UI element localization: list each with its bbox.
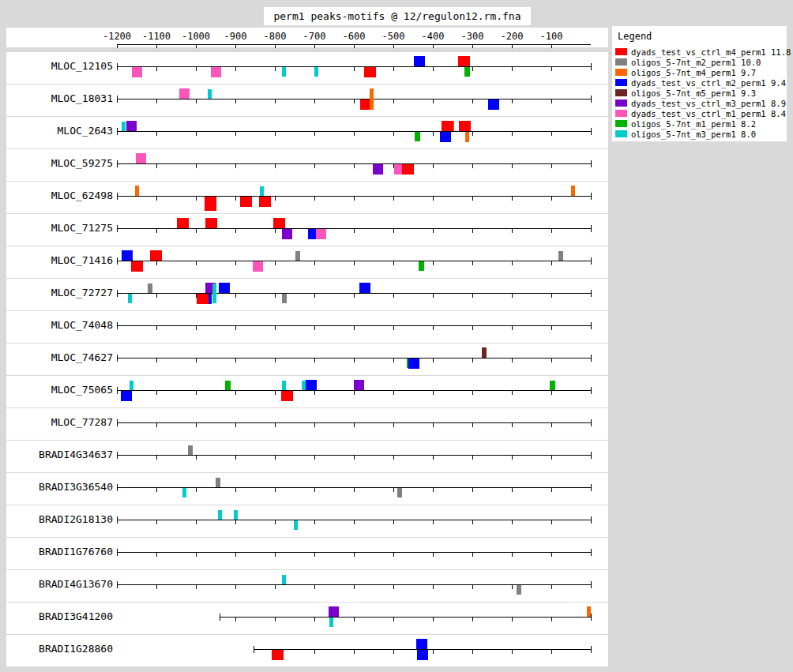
sequence-tick [275, 66, 276, 71]
sequence-tick [354, 390, 355, 395]
sequence-tick [472, 228, 473, 233]
sequence-tick [156, 163, 157, 168]
sequence-tick [314, 455, 315, 460]
motif-dyads_test_vs_ctrl_m1_perm1 [132, 67, 142, 77]
sequence-tick [156, 261, 157, 265]
sequence-tick [275, 325, 276, 330]
legend-item-label: dyads_test_vs_ctrl_m1_perm1 8.4 [631, 109, 786, 118]
sequence-tick [551, 293, 552, 298]
sequence-tick [472, 261, 473, 265]
sequence-tick [275, 131, 276, 136]
motif-oligos_5-7nt_m1_perm1 [225, 381, 231, 390]
motif-dyads_test_vs_ctrl_m4_perm1 [205, 218, 217, 228]
legend-color-swatch [615, 48, 627, 55]
sequence-tick [512, 390, 513, 395]
sequence-tick [472, 99, 473, 103]
axis-tick-label: -700 [303, 31, 326, 42]
motif-oligos_5-7nt_m1_perm1 [550, 381, 555, 390]
sequence-end-cap [117, 452, 118, 459]
legend-color-swatch [615, 130, 627, 137]
sequence-label: MLOC_2643 [6, 126, 113, 137]
legend-color-swatch [615, 120, 627, 127]
axis-tick-label: -1100 [142, 31, 171, 42]
axis-tick-label: -400 [422, 31, 445, 42]
feature-map-viewport: perm1 peaks-motifs @ 12/regulon12.rm.fna… [0, 0, 793, 672]
sequence-row: MLOC_71275 [6, 214, 608, 246]
motif-dyads_test_vs_ctrl_m3_perm1 [373, 164, 383, 175]
sequence-tick [156, 455, 157, 460]
sequence-tick [551, 66, 552, 71]
legend-item: dyads_test_vs_ctrl_m1_perm1 8.4 [612, 108, 787, 118]
sequence-tick [275, 390, 276, 395]
motif-oligos_5-7nt_m3_perm1 [329, 618, 333, 627]
sequence-tick [196, 552, 197, 557]
sequence-tick [551, 325, 552, 330]
sequence-tick [472, 196, 473, 201]
sequence-end-cap [591, 419, 592, 426]
sequence-tick [393, 390, 394, 395]
sequence-tick [156, 325, 157, 330]
legend-item-label: oligos_5-7nt_m4_perm1 9.7 [631, 68, 756, 77]
motif-dyads_test_vs_ctrl_m4_perm1 [273, 218, 285, 228]
motif-dyads_test_vs_ctrl_m2_perm1 [219, 283, 230, 293]
legend-item: oligos_5-7nt_m1_perm1 8.2 [612, 118, 787, 129]
sequence-end-cap [591, 128, 592, 135]
legend-item: dyads_test_vs_ctrl_m2_perm1 9.4 [612, 77, 787, 88]
sequence-tick [512, 455, 513, 460]
legend-item: oligos_5-7nt_m4_perm1 9.7 [612, 67, 787, 77]
axis-tick [314, 44, 315, 48]
sequence-tick [551, 99, 552, 103]
axis-tick-label: -500 [382, 31, 405, 42]
sequence-tick [512, 131, 513, 136]
sequence-tick [275, 584, 276, 589]
sequence-tick [275, 99, 276, 103]
sequence-tick [196, 228, 197, 233]
sequence-tick [433, 163, 434, 168]
sequence-tick [433, 66, 434, 71]
sequence-tick [472, 358, 473, 362]
sequence-end-cap [117, 549, 118, 556]
legend-item: oligos_5-7nt_m5_perm1 9.3 [612, 88, 787, 98]
motif-dyads_test_vs_ctrl_m1_perm1 [316, 229, 326, 239]
sequence-end-cap [591, 484, 592, 491]
sequence-tick [196, 131, 197, 136]
motif-dyads_test_vs_ctrl_m1_perm1 [253, 261, 263, 272]
sequence-tick [551, 163, 552, 168]
sequence-label: BRADI4G13670 [6, 579, 113, 590]
sequence-row: BRADI4G13670 [6, 570, 608, 602]
motif-oligos_5-7nt_m2_perm1 [397, 488, 402, 497]
sequence-tick [196, 99, 197, 103]
sequence-end-cap [591, 355, 592, 362]
sequence-label: MLOC_18031 [6, 93, 113, 104]
sequence-tick [196, 584, 197, 589]
legend-color-swatch [615, 58, 627, 66]
sequence-end-cap [254, 646, 254, 653]
sequence-row: BRADI3G36540 [6, 473, 608, 505]
motif-dyads_test_vs_ctrl_m4_perm1 [364, 67, 376, 77]
sequence-tick [433, 584, 434, 589]
motif-oligos_5-7nt_m3_perm1 [234, 510, 238, 520]
sequence-end-cap [117, 484, 118, 491]
sequence-tick [235, 552, 236, 557]
sequence-row: MLOC_18031 [6, 84, 608, 116]
motif-oligos_5-7nt_m3_perm1 [282, 575, 286, 584]
sequence-tick [275, 552, 276, 557]
sequence-row: MLOC_77287 [6, 408, 608, 440]
motif-oligos_5-7nt_m3_perm1 [182, 488, 186, 497]
sequence-tick [354, 358, 355, 362]
motif-dyads_test_vs_ctrl_m3_perm1 [329, 606, 339, 617]
axis-tick [196, 44, 197, 48]
axis-tick [354, 44, 355, 48]
sequence-tick [472, 617, 473, 621]
sequence-tick [551, 617, 552, 621]
legend-item-label: oligos_5-7nt_m2_perm1 10.0 [631, 58, 761, 67]
sequence-row: MLOC_59275 [6, 149, 608, 181]
legend-item: oligos_5-7nt_m2_perm1 10.0 [612, 57, 787, 67]
sequence-tick [433, 617, 434, 621]
sequence-end-cap [591, 516, 592, 524]
sequence-tick [393, 99, 394, 103]
motif-oligos_5-7nt_m2_perm1 [282, 294, 287, 303]
sequence-tick [275, 422, 276, 427]
sequence-tick [314, 520, 315, 524]
sequence-end-cap [117, 290, 118, 297]
